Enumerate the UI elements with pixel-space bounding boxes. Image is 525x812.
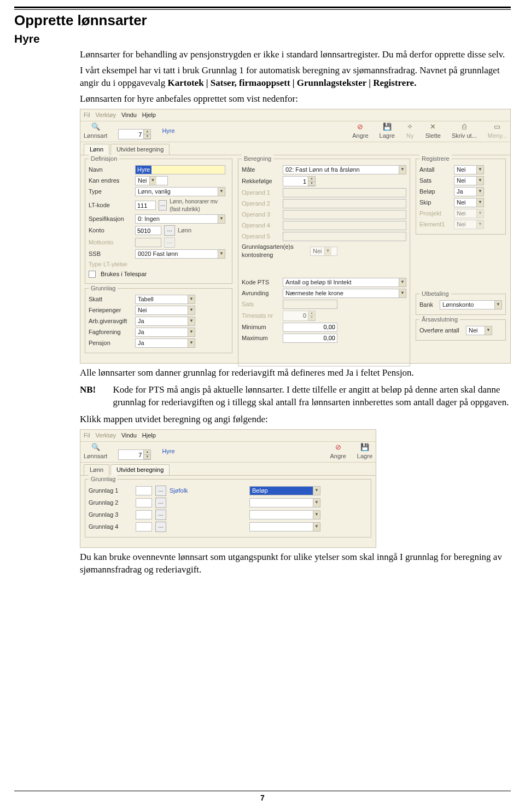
toolbar-ny: ✧Ny	[406, 122, 415, 140]
toolbar-skriv-ut[interactable]: ⎙Skriv ut...	[452, 122, 477, 140]
overfore-dropdown[interactable]: Nei▼	[466, 326, 492, 335]
lonnsart-id-spinner-2[interactable]: ▲▼	[118, 449, 151, 460]
tab2-utvidet-beregning[interactable]: Utvidet beregning	[110, 464, 170, 475]
antall-dropdown[interactable]: Nei▼	[454, 165, 484, 174]
toolbar-lonnsart[interactable]: 🔍 Lønnsart	[84, 122, 107, 140]
grunnlag-2-browse-button[interactable]: …	[155, 498, 166, 508]
subtitle: Hyre	[14, 32, 511, 45]
tab-utvidet-beregning[interactable]: Utvidet beregning	[110, 144, 170, 155]
grunnlag-4-browse-button[interactable]: …	[155, 522, 166, 532]
avrunding-dropdown[interactable]: Nærmeste hele krone▼	[283, 289, 406, 298]
nb-label: NB!	[80, 384, 96, 409]
telespar-checkbox[interactable]	[89, 271, 96, 278]
toolbar2-lonnsart[interactable]: 🔍Lønnsart	[84, 443, 107, 460]
grunnlag-1-dropdown[interactable]: Beløp▼	[249, 486, 320, 495]
skatt-dropdown[interactable]: Tabell▼	[135, 295, 195, 304]
skip-dropdown[interactable]: Nei▼	[454, 198, 484, 207]
new-icon: ✧	[406, 122, 415, 131]
menu2-vindu[interactable]: Vindu	[121, 431, 137, 440]
minimum-input[interactable]	[283, 323, 337, 332]
app-window-2: Fil Verktøy Vindu Hjelp 🔍Lønnsart ▲▼ Hyr…	[80, 429, 376, 548]
konto-input[interactable]	[135, 226, 161, 235]
spesifikasjon-dropdown[interactable]: 0: Ingen▼	[135, 214, 225, 224]
toolbar-title: Hyre	[162, 127, 174, 135]
toolbar2-angre[interactable]: ⊘Angre	[330, 443, 346, 460]
menu2-hjelp[interactable]: Hjelp	[142, 431, 156, 440]
label-fagforening: Fagforening	[89, 328, 132, 336]
grunnlag-3-input[interactable]	[136, 510, 152, 519]
menu-hjelp[interactable]: Hjelp	[142, 111, 156, 119]
kan-endres-value: Nei	[136, 177, 149, 185]
menu-verktoy[interactable]: Verktøy	[96, 111, 116, 119]
group-definisjon-title: Definisjon	[89, 155, 119, 163]
maximum-input[interactable]	[283, 334, 337, 343]
prosjekt-value: Nei	[454, 209, 468, 218]
label-operand-3: Operand 3	[242, 211, 280, 219]
operand-3-input	[283, 210, 406, 219]
motkonto-browse-button: …	[164, 237, 175, 248]
menu-fil[interactable]: Fil	[84, 111, 90, 119]
lt-kode-browse-button[interactable]: …	[159, 200, 167, 211]
lonnsart-id-input-2[interactable]	[119, 450, 143, 459]
kan-endres-dropdown[interactable]: Nei▼	[135, 176, 168, 185]
type-value: Lønn, vanlig	[136, 188, 173, 196]
grunnlag-2-input[interactable]	[136, 498, 152, 507]
navn-field[interactable]: Hyre	[135, 165, 225, 174]
toolbar-slette[interactable]: ✕Slette	[425, 122, 441, 140]
belop-dropdown[interactable]: Ja▼	[454, 187, 484, 196]
kontostreng-dropdown: Nei▼	[310, 247, 337, 256]
sats-reg-dropdown[interactable]: Nei▼	[454, 176, 484, 185]
rekkefolge-spinner[interactable]: ▲▼	[283, 176, 316, 186]
ssb-dropdown[interactable]: 0020 Fast lønn▼	[135, 249, 225, 259]
lonnsart-id-input[interactable]	[119, 130, 143, 139]
nb-callout: NB! Kode for PTS må angis på aktuelle lø…	[80, 384, 511, 409]
fagforening-dropdown[interactable]: Ja▼	[135, 328, 195, 337]
mate-dropdown[interactable]: 02: Fast Lønn ut fra årslønn▼	[283, 165, 406, 174]
lt-kode-input[interactable]	[135, 201, 156, 210]
page-footer: 7	[0, 791, 525, 802]
menu-vindu[interactable]: Vindu	[121, 111, 137, 119]
arbgiveravgift-dropdown[interactable]: Ja▼	[135, 317, 195, 326]
sats-reg-value: Nei	[454, 177, 468, 185]
tab2-lonn[interactable]: Lønn	[84, 464, 109, 475]
feriepenger-value: Nei	[136, 306, 149, 314]
lt-kode-description: Lønn, honorarer mv (fast rubrikk)	[170, 198, 229, 213]
feriepenger-dropdown[interactable]: Nei▼	[135, 306, 195, 315]
lonnsart-id-spinner[interactable]: ▲▼	[118, 129, 151, 139]
toolbar-slette-label: Slette	[425, 132, 441, 140]
group-arsavslutning-title: Årsavslutning	[419, 316, 460, 324]
toolbar-lagre[interactable]: 💾Lagre	[380, 122, 395, 140]
rekkefolge-input[interactable]	[283, 177, 308, 186]
pensjon-dropdown[interactable]: Ja▼	[135, 338, 195, 348]
grunnlag-3-browse-button[interactable]: …	[155, 510, 166, 520]
kode-pts-dropdown[interactable]: Antall og beløp til Inntekt▼	[283, 278, 406, 287]
label-timesats: Timesats nr	[242, 312, 280, 320]
tab-lonn[interactable]: Lønn	[84, 144, 109, 155]
toolbar: 🔍 Lønnsart ▲▼ Hyre ⊘Angre 💾Lagre ✧Ny ✕Sl…	[80, 121, 510, 143]
grunnlag-3-dropdown[interactable]: ▼	[249, 510, 320, 519]
label-operand-2: Operand 2	[242, 200, 280, 208]
motkonto-input	[135, 238, 161, 247]
intro-paragraph-3: Lønnsarten for hyre anbefales opprettet …	[80, 93, 511, 106]
grunnlag-4-dropdown[interactable]: ▼	[249, 522, 320, 531]
label-sats-reg: Sats	[419, 177, 451, 185]
menu-bar: Fil Verktøy Vindu Hjelp	[80, 109, 510, 121]
toolbar2-lagre[interactable]: 💾Lagre	[357, 443, 372, 460]
menu2-fil[interactable]: Fil	[84, 431, 90, 440]
menu2-verktoy[interactable]: Verktøy	[96, 431, 116, 440]
bank-dropdown[interactable]: Lønnskonto▼	[440, 300, 502, 309]
toolbar-angre[interactable]: ⊘Angre	[352, 122, 368, 140]
grunnlag-1-input[interactable]	[136, 486, 152, 495]
grunnlag-1-browse-button[interactable]: …	[155, 486, 166, 496]
grunnlag-4-input[interactable]	[136, 522, 152, 531]
toolbar-lagre-label: Lagre	[380, 132, 395, 140]
type-dropdown[interactable]: Lønn, vanlig▼	[135, 187, 225, 196]
sats-bereg-input	[283, 300, 337, 309]
label-element1: Element1	[419, 220, 451, 229]
label-antall: Antall	[419, 166, 451, 174]
label-kan-endres: Kan endres	[89, 177, 132, 185]
label-maximum: Maximum	[242, 334, 280, 342]
grunnlag-2-dropdown[interactable]: ▼	[249, 498, 320, 507]
group-grunnlag-2-title: Grunnlag	[89, 475, 118, 483]
konto-browse-button[interactable]: …	[164, 225, 175, 236]
